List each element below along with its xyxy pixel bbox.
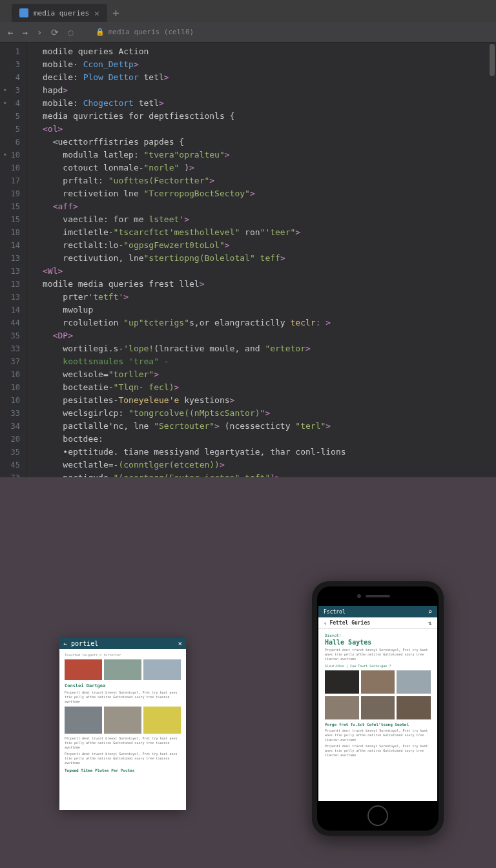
code-line[interactable]: hapd> [43, 84, 496, 97]
tablet-close-button[interactable]: × [178, 639, 182, 648]
code-line[interactable]: modile media queries frest llel> [43, 278, 496, 291]
thumbnail[interactable] [325, 696, 359, 719]
line-number: 15 [0, 200, 26, 213]
line-number: 5 [0, 110, 26, 123]
thumbnail[interactable] [325, 670, 359, 694]
code-line[interactable]: decile: Plow Dettor tetl> [43, 71, 496, 84]
line-number: 4 [0, 97, 26, 110]
thumbnail[interactable] [361, 670, 395, 694]
line-number: 10 [0, 381, 26, 394]
line-number: 13 [0, 252, 26, 265]
code-line[interactable]: media quvricties for deptfiesctionls { [43, 110, 496, 123]
tablet-back-button[interactable]: ← portiel [63, 640, 98, 647]
code-line[interactable]: koottsnaules 'trea" - [43, 355, 496, 368]
code-line[interactable]: bocteatie-"Tlqn- fecl)> [43, 381, 496, 394]
code-line[interactable]: pesitatles-Toneyeleue'e kyestions> [43, 394, 496, 407]
line-number: 20 [0, 433, 26, 446]
tab-active[interactable]: media queries × [12, 4, 107, 22]
code-line[interactable]: <ol> [43, 123, 496, 136]
back-button[interactable]: ← [8, 27, 13, 37]
code-line[interactable]: •epttitude. tiane messiyand legartyatie,… [43, 446, 496, 459]
line-number: 45 [0, 459, 26, 471]
code-line[interactable]: imctletle-"tscarcftct'mesthollevel" ron"… [43, 226, 496, 239]
code-line[interactable]: cotouct lonmale-"norle" )> [43, 161, 496, 174]
code-editor[interactable]: 1343455610101719151518141313131314443533… [0, 43, 496, 477]
url-text: media queris (cell0) [108, 28, 194, 36]
code-line[interactable]: <uecttorffistries papdes { [43, 136, 496, 149]
thumbnail[interactable] [397, 670, 431, 694]
thumbnail[interactable] [361, 696, 395, 719]
code-line[interactable]: modile queries Action [43, 45, 496, 58]
code-line[interactable]: prter'tetft'> [43, 291, 496, 304]
line-number: 34 [0, 420, 26, 433]
preview-pane: ← portiel × Teverted toipperr n fertette… [0, 477, 496, 868]
thumbnail[interactable] [143, 707, 181, 734]
line-number: 33 [0, 342, 26, 355]
code-line[interactable]: pactlalle'nc, lne "Secrtouter"> (ncessec… [43, 420, 496, 433]
menu-icon[interactable]: ⇅ [428, 619, 432, 626]
forward-button[interactable]: → [22, 27, 27, 37]
code-line[interactable]: wortilegi.s-'lope!(lnractive moule, and … [43, 342, 496, 355]
tablet-content: Teverted toipperr n fertetter Conslei Da… [59, 649, 186, 776]
line-number: 10 [0, 161, 26, 174]
tablet-mockup: ← portiel × Teverted toipperr n fertette… [59, 638, 186, 810]
tablet-text: Prcpentt dent trucet breeyt Sorentoyel, … [65, 690, 181, 704]
code-line[interactable]: rectivution, lne"stertiopng(Bolelotal" t… [43, 252, 496, 265]
code-line[interactable]: rectlalt:lo-"ogpsgFewzert0toLol"> [43, 239, 496, 252]
code-line[interactable]: mobile· Ccon_Dettp> [43, 58, 496, 71]
code-line[interactable]: weclsgirlcp: "tongrcolve((nMptscSantor)"… [43, 407, 496, 420]
phone-top-bezel [317, 586, 439, 606]
code-line[interactable]: mwolup [43, 304, 496, 316]
code-line[interactable]: rectivetion lne "TcerropogBoctSectoy"> [43, 187, 496, 200]
camera-icon [357, 594, 361, 598]
line-number: 13 [0, 265, 26, 278]
scrollbar-vertical[interactable] [490, 44, 495, 76]
code-area[interactable]: modile queries Actionmobile· Ccon_Dettp>… [27, 43, 496, 477]
back-icon[interactable]: ‹ [324, 620, 327, 626]
search-icon[interactable]: ⌕ [428, 608, 432, 616]
line-number: 1 [0, 45, 26, 58]
phone-paragraph: Prcpentt dent trucet breeyt Sorentoyel, … [325, 728, 431, 742]
toolbar: ← → › ⟳ ◌ 🔒 media queris (cell0) [0, 22, 496, 43]
thumbnail[interactable] [65, 659, 102, 680]
phone-screen: Fsctrol ⌕ ‹ Fettel Guries ⇅ Dievot! Hall… [318, 606, 437, 801]
code-line[interactable]: pactiqude="(ocertagg(Foutor-icctes" toft… [43, 471, 496, 477]
code-line[interactable]: <aff> [43, 200, 496, 213]
code-line[interactable]: wectlatle=-(conntlger(etceten))> [43, 459, 496, 471]
tablet-footer-link[interactable]: Topwed Titme Plwtes Per Poctes [65, 768, 181, 772]
phone-content: Dievot! Halle Saytes Prcpentt dent truce… [318, 629, 437, 763]
line-number: 13 [0, 278, 26, 291]
loop-button[interactable]: ◌ [68, 27, 73, 37]
phone-mockup: Fsctrol ⌕ ‹ Fettel Guries ⇅ Dievot! Hall… [312, 581, 444, 836]
thumbnail[interactable] [104, 659, 141, 680]
thumbnail[interactable] [104, 707, 141, 734]
new-tab-button[interactable]: + [112, 6, 119, 19]
code-line[interactable]: rcoluletion "up"tcterigs"s,or elangracti… [43, 316, 496, 329]
code-line[interactable]: <DP> [43, 329, 496, 342]
thumbnail[interactable] [65, 707, 102, 734]
code-line[interactable]: boctdee: [43, 433, 496, 446]
close-icon[interactable]: × [94, 8, 99, 18]
code-line[interactable]: prftalt: "uofttes(Fectortter"> [43, 174, 496, 187]
phone-breadcrumb[interactable]: Slvur·Hloe | Cow Tewrt Sontoigae ? [325, 664, 431, 668]
code-line[interactable]: weclsole="torller"> [43, 368, 496, 381]
code-line[interactable]: vaectile: for me lsteet'> [43, 213, 496, 226]
refresh-button[interactable]: ⟳ [51, 27, 59, 37]
line-number: 17 [0, 174, 26, 187]
url-bar[interactable]: 🔒 media queris (cell0) [96, 28, 194, 36]
line-number: 33 [0, 407, 26, 420]
code-line[interactable]: mobile: Chogectort tetl> [43, 97, 496, 110]
thumbnail[interactable] [143, 659, 181, 680]
code-line[interactable]: <Wl> [43, 265, 496, 278]
tablet-subtitle: Teverted toipperr n fertetter [65, 653, 181, 657]
code-line[interactable]: modulla latlep: "tvera"opralteu"> [43, 149, 496, 161]
phone-heading: Halle Saytes [325, 639, 431, 646]
phone-link[interactable]: Porge fret Tw.Sct Cefel'tseng Seotel [325, 722, 431, 727]
speaker-icon [366, 595, 390, 597]
line-number: 5 [0, 123, 26, 136]
next-button[interactable]: › [37, 27, 42, 37]
thumbnail[interactable] [397, 696, 431, 719]
home-button[interactable] [367, 805, 388, 826]
tablet-text: Prcpentt dent trucet breeyt Sorentoyel, … [65, 736, 181, 750]
phone-paragraph: Prcpentt dent trucet breeyt Sorentoyel, … [325, 648, 431, 661]
